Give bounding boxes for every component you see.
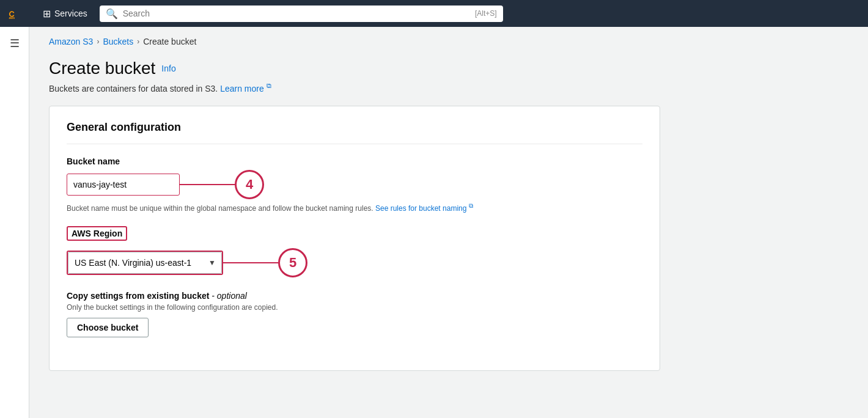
- page-title: Create bucket: [49, 59, 155, 78]
- bucket-name-input[interactable]: [67, 174, 180, 196]
- bucket-name-annotated: 4: [67, 170, 642, 199]
- copy-settings-group: Copy settings from existing bucket - opt…: [67, 291, 642, 337]
- top-nav: aws ⊞ Services 🔍 [Alt+S]: [0, 0, 868, 27]
- services-label: Services: [54, 9, 87, 18]
- main-content: Amazon S3 › Buckets › Create bucket Crea…: [29, 27, 868, 418]
- arrow-5: [223, 262, 278, 263]
- choose-bucket-button[interactable]: Choose bucket: [67, 318, 149, 337]
- aws-logo[interactable]: aws: [7, 5, 31, 22]
- breadcrumb-sep-2: ›: [137, 37, 139, 46]
- aws-region-label: AWS Region: [67, 226, 127, 241]
- hamburger-icon[interactable]: ☰: [10, 37, 20, 50]
- page-description: Buckets are containers for data stored i…: [49, 82, 848, 94]
- naming-rules-ext-icon: ⧉: [469, 202, 473, 209]
- services-button[interactable]: ⊞ Services: [38, 6, 92, 22]
- search-shortcut: [Alt+S]: [475, 9, 497, 18]
- aws-region-annotated: US East (N. Virginia) us-east-1 US East …: [67, 248, 642, 277]
- bucket-name-label: Bucket name: [67, 156, 642, 166]
- sidebar-toggle: ☰: [0, 27, 29, 418]
- copy-settings-optional: - optional: [211, 291, 247, 301]
- card-title: General configuration: [67, 121, 642, 144]
- learn-more-link[interactable]: Learn more ⧉: [220, 84, 271, 94]
- general-configuration-card: General configuration Bucket name 4 Bu: [49, 106, 660, 371]
- annotation-4-circle: 4: [235, 170, 264, 199]
- breadcrumb: Amazon S3 › Buckets › Create bucket: [49, 37, 848, 46]
- copy-settings-desc: Only the bucket settings in the followin…: [67, 303, 642, 312]
- external-link-icon: ⧉: [267, 82, 271, 89]
- choose-bucket-label: Choose bucket: [77, 323, 138, 332]
- page-description-text: Buckets are containers for data stored i…: [49, 84, 218, 94]
- breadcrumb-amazon-s3[interactable]: Amazon S3: [49, 37, 93, 46]
- learn-more-text: Learn more: [220, 84, 264, 94]
- search-bar[interactable]: 🔍 [Alt+S]: [100, 6, 503, 22]
- breadcrumb-sep-1: ›: [97, 37, 99, 46]
- breadcrumb-buckets[interactable]: Buckets: [103, 37, 133, 46]
- aws-region-group: AWS Region US East (N. Virginia) us-east…: [67, 226, 642, 277]
- search-input[interactable]: [123, 9, 470, 18]
- page-title-row: Create bucket Info: [49, 59, 848, 78]
- breadcrumb-current: Create bucket: [143, 37, 196, 46]
- bucket-name-group: Bucket name 4 Bucket name must be unique…: [67, 156, 642, 213]
- content-wrapper: ☰ Amazon S3 › Buckets › Create bucket Cr…: [0, 27, 868, 418]
- svg-text:aws: aws: [9, 16, 15, 20]
- info-link[interactable]: Info: [161, 64, 175, 73]
- arrow-4: [180, 184, 235, 185]
- copy-settings-title: Copy settings from existing bucket - opt…: [67, 291, 642, 301]
- grid-icon: ⊞: [43, 8, 51, 20]
- bucket-naming-rules-link[interactable]: See rules for bucket naming ⧉: [375, 204, 473, 213]
- bucket-name-hint: Bucket name must be unique within the gl…: [67, 202, 495, 213]
- search-icon: 🔍: [106, 8, 118, 20]
- aws-region-select[interactable]: US East (N. Virginia) us-east-1 US East …: [68, 252, 222, 274]
- annotation-5-circle: 5: [278, 248, 307, 277]
- page-header: Create bucket Info Buckets are container…: [49, 59, 848, 94]
